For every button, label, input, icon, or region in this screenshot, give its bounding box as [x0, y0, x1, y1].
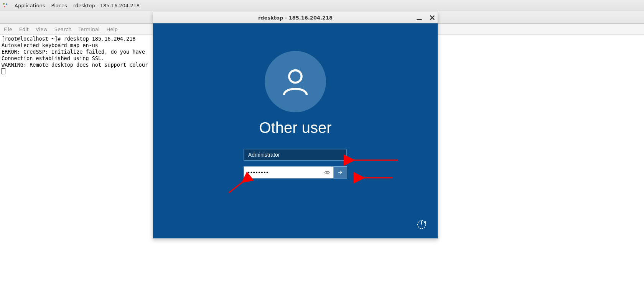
- activities-icon[interactable]: [2, 2, 8, 8]
- eye-icon: [324, 169, 330, 175]
- svg-point-6: [289, 70, 301, 82]
- minimize-button[interactable]: [416, 15, 422, 21]
- arrow-right-icon: [337, 169, 343, 175]
- terminal-line: [root@localhost ~]# rdesktop 185.16.204.…: [2, 36, 136, 42]
- svg-point-7: [326, 172, 328, 173]
- terminal-cursor: [2, 68, 5, 74]
- menu-places[interactable]: Places: [51, 3, 67, 8]
- person-icon: [279, 65, 312, 98]
- user-avatar: [265, 51, 326, 112]
- menu-applications[interactable]: Applications: [15, 3, 45, 8]
- login-heading: Other user: [259, 119, 332, 136]
- svg-point-2: [4, 6, 5, 7]
- windows-login-screen: Other user: [153, 23, 438, 238]
- svg-point-1: [6, 3, 7, 5]
- rdesktop-window: rdesktop - 185.16.204.218 Other user: [153, 12, 438, 239]
- menu-terminal[interactable]: Terminal: [78, 26, 99, 32]
- username-field[interactable]: [244, 149, 347, 161]
- terminal-line: ERROR: CredSSP: Initialize failed, do yo…: [2, 49, 145, 55]
- taskbar-entry-rdesktop[interactable]: rdesktop - 185.16.204.218: [73, 3, 140, 8]
- rdesktop-titlebar[interactable]: rdesktop - 185.16.204.218: [153, 12, 438, 23]
- menu-view[interactable]: View: [36, 26, 48, 32]
- power-icon: [416, 219, 427, 230]
- svg-point-0: [3, 3, 5, 5]
- menu-help[interactable]: Help: [106, 26, 118, 32]
- terminal-line: Autoselected keyboard map en-us: [2, 42, 98, 48]
- menu-edit[interactable]: Edit: [19, 26, 29, 32]
- menu-file[interactable]: File: [4, 26, 12, 32]
- power-options-button[interactable]: [415, 218, 428, 231]
- close-button[interactable]: [429, 15, 435, 21]
- terminal-line: WARNING: Remote desktop does not support…: [2, 62, 148, 68]
- submit-login-button[interactable]: [333, 166, 347, 179]
- gnome-top-bar: Applications Places rdesktop - 185.16.20…: [0, 0, 644, 11]
- menu-search[interactable]: Search: [54, 26, 72, 32]
- window-title: rdesktop - 185.16.204.218: [258, 15, 333, 21]
- password-field[interactable]: [244, 166, 333, 179]
- reveal-password-button[interactable]: [322, 166, 333, 179]
- terminal-line: Connection established using SSL.: [2, 55, 104, 61]
